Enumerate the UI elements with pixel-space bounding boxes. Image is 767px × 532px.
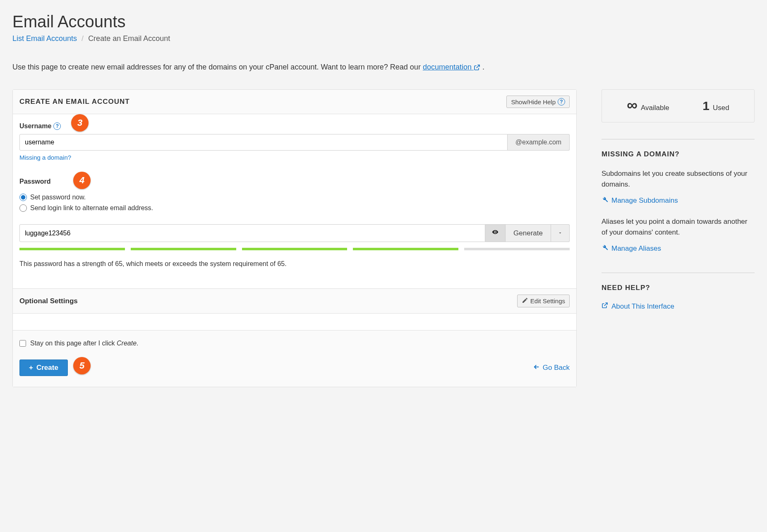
password-option-now[interactable]: Set password now. [19,194,570,201]
breadcrumb: List Email Accounts / Create an Email Ac… [12,34,755,43]
password-input[interactable] [19,224,485,242]
missing-domain-heading: MISSING A DOMAIN? [602,150,755,158]
callout-badge-3: 3 [71,114,89,132]
used-value: 1 [702,99,709,113]
wrench-icon [602,244,608,253]
subdomain-text: Subdomains let you create subsections of… [602,168,755,189]
intro-text: Use this page to create new email addres… [12,62,755,73]
plus-icon: + [29,364,33,372]
documentation-link[interactable]: documentation [423,63,480,71]
about-interface-link[interactable]: About This Interface [602,302,674,311]
breadcrumb-list-email-accounts[interactable]: List Email Accounts [12,34,77,43]
domain-addon: @example.com [508,134,570,151]
breadcrumb-current: Create an Email Account [88,34,170,43]
stay-on-page-label: Stay on this page after I click Create. [30,340,138,347]
panel-title: CREATE AN EMAIL ACCOUNT [19,98,130,106]
username-input[interactable] [19,134,508,151]
password-strength-meter [19,248,570,250]
wrench-icon [602,196,608,205]
email-stats-box: ∞ Available 1 Used [602,89,755,122]
optional-settings-label: Optional Settings [19,297,78,305]
need-help-heading: NEED HELP? [602,284,755,292]
intro-prefix: Use this page to create new email addres… [12,63,423,71]
missing-domain-link[interactable]: Missing a domain? [19,154,71,161]
page-title: Email Accounts [12,12,755,31]
generate-password-button[interactable]: Generate [506,224,551,242]
generate-password-options-button[interactable] [551,224,570,242]
show-hide-help-button[interactable]: Show/Hide Help ? [506,96,570,108]
manage-aliases-link[interactable]: Manage Aliases [602,244,661,253]
manage-subdomains-link[interactable]: Manage Subdomains [602,196,678,205]
stay-on-page-row[interactable]: Stay on this page after I click Create. [19,340,570,347]
edit-settings-button[interactable]: Edit Settings [517,295,570,307]
used-label: Used [713,104,729,112]
password-label: Password [19,178,51,185]
password-strength-text: This password has a strength of 65, whic… [19,259,570,268]
help-icon: ? [558,98,565,105]
breadcrumb-separator: / [81,34,84,43]
go-back-link[interactable]: Go Back [533,363,570,373]
stay-on-page-checkbox[interactable] [19,340,26,347]
eye-icon [492,229,499,237]
send-login-link-radio[interactable] [19,204,27,212]
external-link-icon [602,302,608,311]
password-option-link[interactable]: Send login link to alternate email addre… [19,204,570,212]
create-button[interactable]: + Create [19,359,68,376]
aliases-text: Aliases let you point a domain towards a… [602,216,755,237]
intro-suffix: . [480,63,484,71]
help-icon: ? [53,122,61,130]
caret-down-icon [558,229,563,237]
available-value: ∞ [627,101,638,109]
username-label: Username ? [19,122,61,130]
toggle-password-visibility-button[interactable] [485,224,506,242]
set-password-now-radio[interactable] [19,194,27,201]
arrow-left-icon [533,363,540,373]
external-link-icon [474,63,480,71]
callout-badge-4: 4 [73,172,91,189]
create-email-panel: CREATE AN EMAIL ACCOUNT Show/Hide Help ?… [12,89,577,387]
pencil-icon [522,297,528,305]
available-label: Available [641,104,669,112]
callout-badge-5: 5 [73,357,91,374]
